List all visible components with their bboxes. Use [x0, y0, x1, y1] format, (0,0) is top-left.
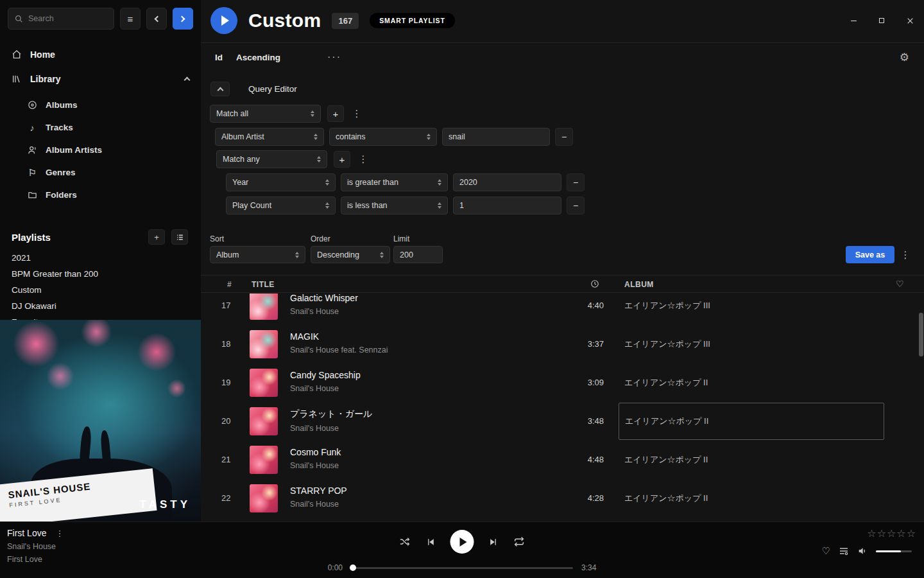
query-editor-collapse-button[interactable] — [210, 82, 230, 96]
sidebar-item-album-artists[interactable]: Album Artists — [0, 139, 201, 161]
track-artwork — [250, 446, 278, 474]
duration-column-clock-icon[interactable] — [590, 279, 599, 288]
sort-by-select[interactable]: Album — [210, 246, 305, 263]
search-input-container[interactable] — [8, 8, 114, 30]
play-playlist-button[interactable] — [210, 7, 237, 34]
sidebar-item-albums[interactable]: Albums — [0, 94, 201, 116]
more-options-button[interactable]: ··· — [327, 51, 341, 63]
match-type-select[interactable]: Match all — [210, 105, 321, 123]
remove-rule-button[interactable]: − — [567, 197, 585, 215]
close-button[interactable] — [904, 15, 916, 26]
playlist-item[interactable]: DJ Okawari — [0, 298, 201, 314]
nav-forward-button[interactable] — [173, 8, 193, 30]
play-pause-button[interactable] — [450, 530, 474, 554]
artist-icon — [27, 145, 37, 155]
queue-icon[interactable] — [839, 546, 849, 556]
table-row[interactable]: 17 Galactic Whisper Snail's House 4:40 エ… — [201, 293, 924, 325]
star-icon[interactable]: ☆ — [867, 527, 876, 539]
track-title: Cosmo Funk — [290, 447, 341, 457]
rule-field-select[interactable]: Play Count — [226, 197, 336, 215]
column-header-title[interactable]: TITLE — [252, 280, 275, 289]
select-arrows-icon — [434, 179, 441, 186]
rule-operator-select[interactable]: is less than — [341, 197, 448, 215]
seek-knob[interactable] — [350, 565, 356, 571]
scrollbar-thumb[interactable] — [919, 313, 923, 356]
list-icon — [176, 233, 184, 241]
now-playing-menu-icon[interactable]: ⋮ — [55, 529, 64, 538]
now-playing-title[interactable]: First Love — [7, 528, 46, 538]
favorite-heart-icon[interactable]: ♡ — [822, 545, 830, 557]
rule-operator-select[interactable]: is greater than — [341, 173, 448, 191]
minus-icon: − — [573, 177, 578, 188]
chevron-right-icon — [179, 15, 185, 22]
collapse-library-icon[interactable] — [185, 74, 189, 84]
track-artwork — [250, 484, 278, 512]
order-select[interactable]: Descending — [311, 246, 390, 263]
sidebar-item-genres[interactable]: ⚐ Genres — [0, 161, 201, 184]
play-icon — [459, 538, 466, 547]
repeat-icon[interactable] — [514, 536, 525, 547]
chevron-left-icon — [155, 15, 161, 22]
sidebar-item-folders[interactable]: Folders — [0, 184, 201, 206]
column-header-album[interactable]: ALBUM — [624, 280, 654, 289]
rule-operator-select[interactable]: contains — [329, 128, 437, 146]
playlist-list-button[interactable] — [171, 229, 188, 245]
table-row[interactable]: 22 STARRY POP Snail's House 4:28 エイリアン☆ポ… — [201, 479, 924, 518]
now-playing-artist[interactable]: Snail's House — [7, 542, 64, 551]
group-menu-button[interactable]: ⋮ — [350, 105, 363, 122]
track-artwork — [250, 369, 278, 397]
seek-slider[interactable] — [351, 567, 573, 569]
table-row[interactable]: 19 Candy Spaceship Snail's House 3:09 エイ… — [201, 363, 924, 402]
volume-slider[interactable] — [876, 550, 912, 552]
page-title: Custom — [248, 10, 321, 31]
add-playlist-button[interactable]: + — [148, 229, 165, 245]
menu-button[interactable]: ≡ — [120, 8, 141, 30]
sidebar-item-tracks[interactable]: ♪ Tracks — [0, 116, 201, 139]
remove-rule-button[interactable]: − — [555, 128, 573, 146]
column-header-index[interactable]: # — [227, 280, 232, 289]
now-playing-album[interactable]: First Love — [7, 555, 64, 564]
volume-icon[interactable] — [857, 546, 868, 556]
group-menu-button[interactable]: ⋮ — [357, 151, 370, 168]
star-icon[interactable]: ☆ — [877, 527, 886, 539]
star-icon[interactable]: ☆ — [887, 527, 896, 539]
sort-field-button[interactable]: Id — [215, 53, 223, 62]
rule-value-input[interactable]: 1 — [453, 197, 561, 215]
main-content: Custom 167 SMART PLAYLIST Id Ascending ·… — [201, 0, 924, 521]
table-row-selected[interactable]: 20 プラネット・ガール Snail's House 3:48 エイリアン☆ポッ… — [201, 402, 924, 441]
shuffle-icon[interactable] — [400, 536, 411, 547]
track-album-focused-cell[interactable]: エイリアン☆ポップ II — [619, 403, 884, 440]
rule-value-input[interactable]: 2020 — [453, 173, 561, 191]
maximize-button[interactable] — [876, 15, 887, 26]
add-rule-button[interactable]: + — [327, 105, 344, 122]
sort-direction-button[interactable]: Ascending — [236, 53, 280, 62]
star-icon[interactable]: ☆ — [907, 527, 916, 539]
rule-field-select[interactable]: Year — [226, 173, 336, 191]
rule-field-select[interactable]: Album Artist — [215, 128, 324, 146]
playlist-item[interactable]: Custom — [0, 282, 201, 298]
settings-gear-icon[interactable]: ⚙ — [900, 51, 909, 64]
playlist-item[interactable]: BPM Greater than 200 — [0, 266, 201, 282]
playlist-item[interactable]: 2021 — [0, 250, 201, 266]
track-artwork — [250, 407, 278, 435]
table-row[interactable]: 21 Cosmo Funk Snail's House 4:48 エイリアン☆ポ… — [201, 441, 924, 479]
limit-input[interactable]: 200 — [393, 246, 443, 263]
remove-rule-button[interactable]: − — [567, 173, 585, 191]
track-number: 17 — [221, 301, 243, 310]
table-row[interactable]: 18 MAGIK Snail's House feat. Sennzai 3:3… — [201, 325, 924, 363]
star-icon[interactable]: ☆ — [896, 527, 905, 539]
add-rule-button[interactable]: + — [334, 151, 350, 168]
save-as-button[interactable]: Save as — [846, 246, 894, 263]
previous-track-icon[interactable] — [425, 537, 436, 547]
next-track-icon[interactable] — [489, 537, 499, 547]
search-input[interactable] — [28, 14, 107, 23]
favorite-column-heart-icon[interactable]: ♡ — [896, 279, 904, 289]
rule-value-input[interactable]: snail — [442, 128, 550, 146]
save-menu-button[interactable]: ⋮ — [899, 247, 912, 263]
track-number: 19 — [221, 378, 243, 387]
nav-back-button[interactable] — [146, 8, 167, 30]
sidebar-item-library[interactable]: Library — [0, 67, 201, 91]
sidebar-item-home[interactable]: Home — [0, 42, 201, 67]
match-type-select[interactable]: Match any — [216, 150, 327, 168]
minimize-button[interactable] — [848, 15, 859, 26]
